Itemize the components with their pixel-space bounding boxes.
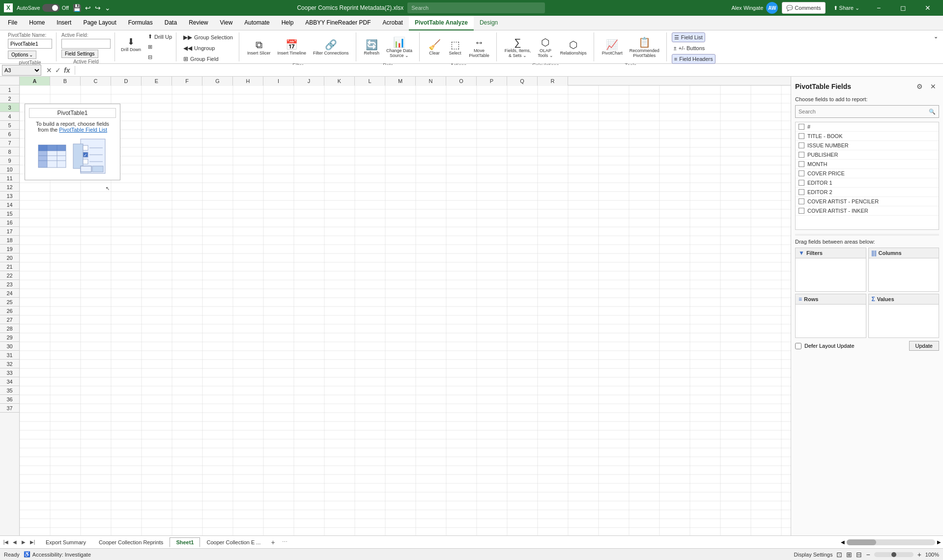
- col-header-p[interactable]: P: [477, 77, 507, 85]
- cells-area[interactable]: PivotTable1 To build a report, choose fi…: [20, 85, 791, 535]
- zoom-in-icon[interactable]: +: [917, 551, 921, 559]
- update-button[interactable]: Update: [909, 341, 939, 351]
- row-22[interactable]: 22: [0, 271, 19, 280]
- tab-design[interactable]: Design: [474, 16, 504, 30]
- view-normal-icon[interactable]: ⊡: [836, 551, 842, 559]
- sheet-tab-cooper-e[interactable]: Cooper Collection E ...: [200, 537, 267, 547]
- field-list-button[interactable]: ☰ Field List: [672, 32, 705, 42]
- panel-settings-button[interactable]: ⚙: [914, 81, 925, 92]
- active-field-input[interactable]: [61, 39, 111, 49]
- row-29[interactable]: 29: [0, 333, 19, 342]
- col-header-i[interactable]: I: [263, 77, 294, 85]
- select-button[interactable]: ⬚ Select: [445, 32, 465, 62]
- customize-icon[interactable]: ⌄: [105, 4, 111, 12]
- sheet-tab-cooper-reprints[interactable]: Cooper Collection Reprints: [92, 537, 170, 547]
- name-box[interactable]: A3: [2, 65, 41, 76]
- sheet-more-button[interactable]: ⋯: [279, 537, 290, 547]
- col-header-b[interactable]: B: [50, 77, 81, 85]
- comments-button[interactable]: 💬 Comments: [782, 2, 825, 14]
- tab-abbyy[interactable]: ABBYY FineReader PDF: [299, 16, 376, 30]
- row-1[interactable]: 1: [0, 85, 19, 94]
- row-28[interactable]: 28: [0, 324, 19, 333]
- fields-items-sets-button[interactable]: ∑ Fields, Items,& Sets ⌄: [502, 32, 534, 62]
- tab-automate[interactable]: Automate: [238, 16, 275, 30]
- row-26[interactable]: 26: [0, 307, 19, 315]
- row-14[interactable]: 14: [0, 200, 19, 209]
- field-item-cover-artist-penciler[interactable]: COVER ARTIST - PENCILER: [796, 197, 939, 206]
- row-9[interactable]: 9: [0, 156, 19, 165]
- sheet-nav-last[interactable]: ▶|: [29, 538, 36, 546]
- row-31[interactable]: 31: [0, 351, 19, 360]
- close-button[interactable]: ✕: [916, 0, 939, 16]
- row-34[interactable]: 34: [0, 377, 19, 386]
- field-item-issue-number[interactable]: ISSUE NUMBER: [796, 141, 939, 150]
- tab-page-layout[interactable]: Page Layout: [77, 16, 122, 30]
- row-4[interactable]: 4: [0, 112, 19, 121]
- col-header-l[interactable]: L: [355, 77, 385, 85]
- formula-input[interactable]: [77, 65, 943, 76]
- field-item-editor2[interactable]: EDITOR 2: [796, 188, 939, 197]
- collapse-button[interactable]: ⊟: [146, 53, 174, 62]
- area-columns[interactable]: ||| Columns: [868, 248, 940, 292]
- tab-file[interactable]: File: [2, 16, 23, 30]
- sheet-nav-first[interactable]: |◀: [2, 538, 10, 546]
- row-27[interactable]: 27: [0, 315, 19, 324]
- zoom-slider[interactable]: [874, 552, 914, 557]
- row-16[interactable]: 16: [0, 218, 19, 227]
- field-item-month[interactable]: MONTH: [796, 160, 939, 169]
- col-header-d[interactable]: D: [111, 77, 142, 85]
- insert-slicer-button[interactable]: ⧉ Insert Slicer: [244, 32, 274, 62]
- field-item-title-book[interactable]: TITLE - BOOK: [796, 132, 939, 141]
- tab-help[interactable]: Help: [276, 16, 300, 30]
- tab-view[interactable]: View: [214, 16, 239, 30]
- col-header-o[interactable]: O: [446, 77, 477, 85]
- col-header-m[interactable]: M: [385, 77, 416, 85]
- field-checkbox-publisher[interactable]: [799, 152, 804, 158]
- row-3[interactable]: 3: [0, 103, 19, 112]
- filter-connections-button[interactable]: 🔗 Filter Connections: [310, 32, 352, 62]
- row-35[interactable]: 35: [0, 386, 19, 395]
- panel-close-button[interactable]: ✕: [927, 81, 939, 92]
- tab-home[interactable]: Home: [23, 16, 51, 30]
- row-17[interactable]: 17: [0, 227, 19, 236]
- col-header-h[interactable]: H: [233, 77, 263, 85]
- row-10[interactable]: 10: [0, 165, 19, 174]
- area-rows[interactable]: ≡ Rows: [795, 294, 866, 338]
- sheet-nav-prev[interactable]: ◀: [11, 538, 19, 546]
- col-header-c[interactable]: C: [81, 77, 111, 85]
- field-headers-button[interactable]: ≡ Field Headers: [672, 54, 715, 64]
- scrollbar-track[interactable]: [847, 539, 935, 545]
- undo-icon[interactable]: ↩: [85, 4, 91, 12]
- field-item-publisher[interactable]: PUBLISHER: [796, 150, 939, 160]
- field-checkbox-cover-price[interactable]: [799, 170, 804, 176]
- row-6[interactable]: 6: [0, 130, 19, 139]
- ribbon-collapse[interactable]: ⌄: [933, 32, 939, 61]
- row-12[interactable]: 12: [0, 183, 19, 192]
- area-filters-content[interactable]: [796, 258, 866, 288]
- row-33[interactable]: 33: [0, 368, 19, 377]
- row-15[interactable]: 15: [0, 209, 19, 218]
- restore-button[interactable]: ◻: [892, 0, 914, 16]
- cancel-icon[interactable]: ✕: [46, 66, 52, 74]
- options-button[interactable]: Options ⌄: [8, 51, 36, 59]
- row-19[interactable]: 19: [0, 245, 19, 253]
- pivot-name-input[interactable]: [8, 39, 52, 49]
- scrollbar-thumb[interactable]: [847, 539, 876, 545]
- row-37[interactable]: 37: [0, 404, 19, 413]
- row-30[interactable]: 30: [0, 342, 19, 351]
- title-search-input[interactable]: [407, 2, 545, 13]
- zoom-thumb[interactable]: [891, 552, 896, 557]
- area-rows-content[interactable]: [796, 305, 866, 334]
- relationships-button[interactable]: ⬡ Relationships: [557, 32, 590, 62]
- row-23[interactable]: 23: [0, 280, 19, 289]
- field-settings-button[interactable]: Field Settings: [61, 50, 98, 58]
- area-values-content[interactable]: [869, 305, 939, 334]
- row-21[interactable]: 21: [0, 262, 19, 271]
- col-header-j[interactable]: J: [294, 77, 324, 85]
- ungroup-button[interactable]: ◀◀ Ungroup: [181, 43, 217, 53]
- drill-down-button[interactable]: ⬇ Drill Down: [118, 32, 144, 56]
- row-2[interactable]: 2: [0, 94, 19, 103]
- defer-checkbox[interactable]: [795, 343, 801, 349]
- sheet-tab-sheet1[interactable]: Sheet1: [170, 537, 200, 547]
- row-8[interactable]: 8: [0, 147, 19, 156]
